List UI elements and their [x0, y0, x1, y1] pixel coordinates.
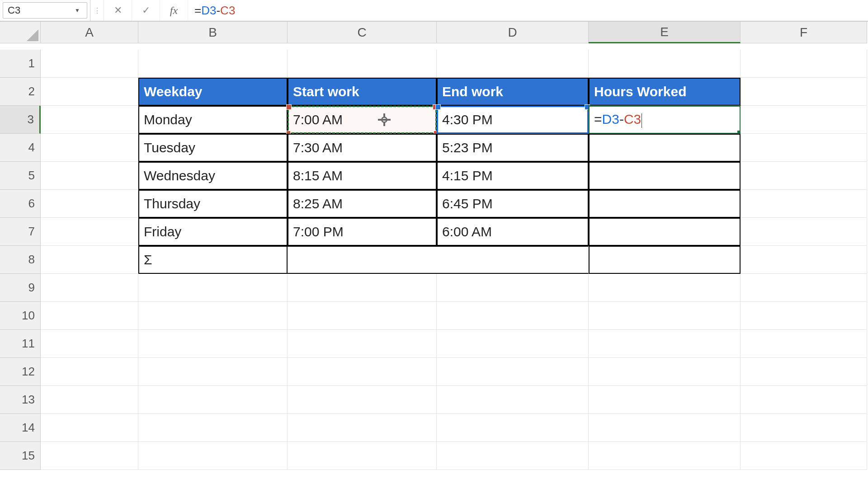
cell-B1[interactable]	[138, 50, 288, 78]
cell-C1[interactable]	[288, 50, 437, 78]
cell-F15[interactable]	[741, 442, 867, 470]
cell-E10[interactable]	[589, 302, 741, 330]
cell-F1[interactable]	[741, 50, 867, 78]
cell-F9[interactable]	[741, 274, 867, 302]
header-start-work[interactable]: Start work	[288, 78, 437, 106]
cell-D15[interactable]	[437, 442, 589, 470]
cell-A12[interactable]	[41, 358, 138, 386]
col-head-C[interactable]: C	[288, 22, 437, 43]
cell-B13[interactable]	[138, 386, 288, 414]
cell-A11[interactable]	[41, 330, 138, 358]
cell-E1[interactable]	[589, 50, 741, 78]
row-head-6[interactable]: 6	[0, 190, 41, 218]
row-head-3[interactable]: 3	[0, 106, 41, 134]
cell-E8[interactable]	[589, 246, 741, 274]
header-hours-worked[interactable]: Hours Worked	[589, 78, 741, 106]
col-head-E[interactable]: E	[589, 22, 741, 43]
cell-D10[interactable]	[437, 302, 589, 330]
row-head-12[interactable]: 12	[0, 358, 41, 386]
header-weekday[interactable]: Weekday	[138, 78, 288, 106]
cell-E12[interactable]	[589, 358, 741, 386]
cell-A6[interactable]	[41, 190, 138, 218]
cell-C13[interactable]	[288, 386, 437, 414]
cell-F11[interactable]	[741, 330, 867, 358]
cell-D13[interactable]	[437, 386, 589, 414]
row-head-15[interactable]: 15	[0, 442, 41, 470]
row-head-7[interactable]: 7	[0, 218, 41, 246]
insert-function-button[interactable]: fx	[160, 0, 188, 21]
cell-F7[interactable]	[741, 218, 867, 246]
cell-B10[interactable]	[138, 302, 288, 330]
col-head-A[interactable]: A	[41, 22, 138, 43]
cell-C5[interactable]: 8:15 AM	[288, 162, 437, 190]
enter-button[interactable]: ✓	[132, 0, 160, 21]
name-box-dropdown-icon[interactable]: ▼	[72, 7, 82, 14]
cell-C14[interactable]	[288, 414, 437, 442]
cell-E6[interactable]	[589, 190, 741, 218]
cell-F4[interactable]	[741, 134, 867, 162]
cell-F8[interactable]	[741, 246, 867, 274]
cell-A10[interactable]	[41, 302, 138, 330]
cell-F5[interactable]	[741, 162, 867, 190]
row-head-10[interactable]: 10	[0, 302, 41, 330]
cell-B5[interactable]: Wednesday	[138, 162, 288, 190]
cell-F14[interactable]	[741, 414, 867, 442]
cell-C8[interactable]	[288, 246, 437, 274]
cell-F6[interactable]	[741, 190, 867, 218]
cell-F3[interactable]	[741, 106, 867, 134]
cell-D7[interactable]: 6:00 AM	[437, 218, 589, 246]
row-head-1[interactable]: 1	[0, 50, 41, 78]
row-head-2[interactable]: 2	[0, 78, 41, 106]
cell-A13[interactable]	[41, 386, 138, 414]
col-head-D[interactable]: D	[437, 22, 589, 43]
cell-E3[interactable]: =D3-C3	[589, 106, 741, 134]
cell-C11[interactable]	[288, 330, 437, 358]
cell-A8[interactable]	[41, 246, 138, 274]
cell-A14[interactable]	[41, 414, 138, 442]
cell-A1[interactable]	[41, 50, 138, 78]
cell-F2[interactable]	[741, 78, 867, 106]
cell-C10[interactable]	[288, 302, 437, 330]
cell-A9[interactable]	[41, 274, 138, 302]
cell-C15[interactable]	[288, 442, 437, 470]
cell-D8[interactable]	[437, 246, 589, 274]
cell-D3[interactable]: 4:30 PM	[437, 106, 589, 134]
cell-B12[interactable]	[138, 358, 288, 386]
cell-A3[interactable]	[41, 106, 138, 134]
cell-E9[interactable]	[589, 274, 741, 302]
cell-F10[interactable]	[741, 302, 867, 330]
select-all-corner[interactable]	[0, 22, 41, 43]
cell-B14[interactable]	[138, 414, 288, 442]
row-head-5[interactable]: 5	[0, 162, 41, 190]
col-head-B[interactable]: B	[138, 22, 288, 43]
spreadsheet-grid[interactable]: A B C D E F 1 2 Weekday Start work End w…	[0, 22, 868, 470]
header-end-work[interactable]: End work	[437, 78, 589, 106]
cell-C9[interactable]	[288, 274, 437, 302]
cell-D11[interactable]	[437, 330, 589, 358]
row-head-8[interactable]: 8	[0, 246, 41, 274]
cell-C4[interactable]: 7:30 AM	[288, 134, 437, 162]
cell-A5[interactable]	[41, 162, 138, 190]
cell-E7[interactable]	[589, 218, 741, 246]
cell-B15[interactable]	[138, 442, 288, 470]
cell-F12[interactable]	[741, 358, 867, 386]
cell-C7[interactable]: 7:00 PM	[288, 218, 437, 246]
cell-A4[interactable]	[41, 134, 138, 162]
cancel-button[interactable]: ✕	[104, 0, 132, 21]
cell-E13[interactable]	[589, 386, 741, 414]
col-head-F[interactable]: F	[741, 22, 867, 43]
cell-C3[interactable]: 7:00 AM	[288, 106, 437, 134]
row-head-13[interactable]: 13	[0, 386, 41, 414]
cell-D5[interactable]: 4:15 PM	[437, 162, 589, 190]
cell-E4[interactable]	[589, 134, 741, 162]
cell-B6[interactable]: Thursday	[138, 190, 288, 218]
cell-D9[interactable]	[437, 274, 589, 302]
cell-A2[interactable]	[41, 78, 138, 106]
cell-B11[interactable]	[138, 330, 288, 358]
row-head-11[interactable]: 11	[0, 330, 41, 358]
cell-C12[interactable]	[288, 358, 437, 386]
cell-D1[interactable]	[437, 50, 589, 78]
cell-D4[interactable]: 5:23 PM	[437, 134, 589, 162]
cell-B7[interactable]: Friday	[138, 218, 288, 246]
cell-C6[interactable]: 8:25 AM	[288, 190, 437, 218]
